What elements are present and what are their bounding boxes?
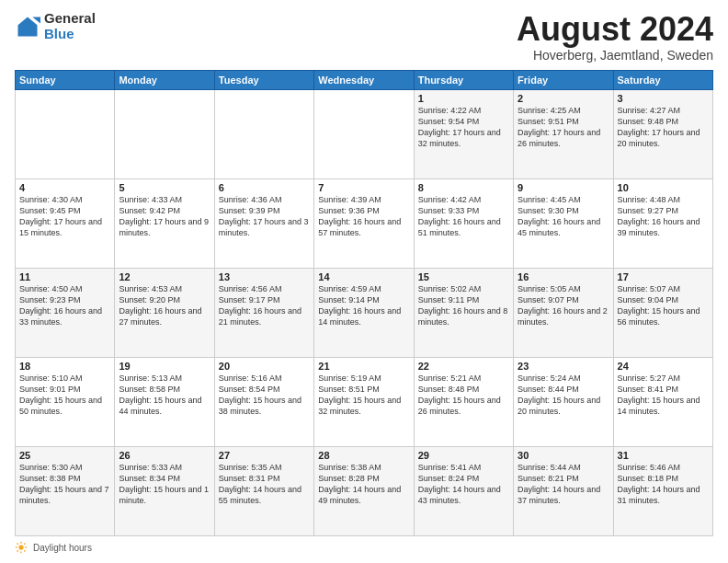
day-info: Sunrise: 5:35 AM Sunset: 8:31 PM Dayligh…: [219, 462, 310, 507]
day-info: Sunrise: 4:33 AM Sunset: 9:42 PM Dayligh…: [119, 194, 210, 239]
col-friday: Friday: [514, 70, 613, 89]
calendar-cell: 24Sunrise: 5:27 AM Sunset: 8:41 PM Dayli…: [613, 357, 712, 446]
day-info: Sunrise: 5:07 AM Sunset: 9:04 PM Dayligh…: [618, 283, 709, 328]
calendar-cell: 12Sunrise: 4:53 AM Sunset: 9:20 PM Dayli…: [115, 268, 214, 357]
day-number: 27: [219, 450, 310, 461]
calendar-cell: 6Sunrise: 4:36 AM Sunset: 9:39 PM Daylig…: [214, 178, 313, 268]
day-number: 19: [119, 361, 210, 372]
calendar-cell: 26Sunrise: 5:33 AM Sunset: 8:34 PM Dayli…: [115, 446, 214, 535]
svg-line-9: [24, 544, 25, 545]
calendar-cell: 29Sunrise: 5:41 AM Sunset: 8:24 PM Dayli…: [414, 446, 513, 535]
calendar-table: Sunday Monday Tuesday Wednesday Thursday…: [15, 70, 713, 536]
calendar-cell: [16, 89, 115, 178]
col-tuesday: Tuesday: [214, 70, 313, 89]
day-info: Sunrise: 4:22 AM Sunset: 9:54 PM Dayligh…: [418, 105, 509, 150]
day-number: 23: [518, 361, 609, 372]
day-info: Sunrise: 5:46 AM Sunset: 8:18 PM Dayligh…: [618, 462, 709, 507]
day-number: 24: [618, 361, 709, 372]
day-info: Sunrise: 5:38 AM Sunset: 8:28 PM Dayligh…: [318, 462, 409, 507]
day-number: 11: [19, 271, 110, 282]
calendar-week-2: 4Sunrise: 4:30 AM Sunset: 9:45 PM Daylig…: [16, 178, 713, 268]
calendar-body: 1Sunrise: 4:22 AM Sunset: 9:54 PM Daylig…: [16, 89, 713, 535]
calendar-cell: 7Sunrise: 4:39 AM Sunset: 9:36 PM Daylig…: [314, 178, 414, 268]
calendar-cell: 5Sunrise: 4:33 AM Sunset: 9:42 PM Daylig…: [115, 178, 214, 268]
calendar-cell: 27Sunrise: 5:35 AM Sunset: 8:31 PM Dayli…: [214, 446, 313, 535]
day-number: 1: [418, 93, 509, 104]
calendar-cell: 14Sunrise: 4:59 AM Sunset: 9:14 PM Dayli…: [314, 268, 414, 357]
col-wednesday: Wednesday: [314, 70, 414, 89]
calendar-cell: 11Sunrise: 4:50 AM Sunset: 9:23 PM Dayli…: [16, 268, 115, 357]
title-block: August 2024 Hoverberg, Jaemtland, Sweden: [517, 11, 713, 63]
calendar-cell: 17Sunrise: 5:07 AM Sunset: 9:04 PM Dayli…: [613, 268, 712, 357]
calendar-cell: 10Sunrise: 4:48 AM Sunset: 9:27 PM Dayli…: [613, 178, 712, 268]
day-info: Sunrise: 4:39 AM Sunset: 9:36 PM Dayligh…: [318, 194, 409, 239]
day-number: 28: [318, 450, 409, 461]
svg-line-8: [24, 550, 25, 551]
day-info: Sunrise: 5:05 AM Sunset: 9:07 PM Dayligh…: [518, 283, 609, 328]
calendar-cell: 8Sunrise: 4:42 AM Sunset: 9:33 PM Daylig…: [414, 178, 513, 268]
calendar-cell: 28Sunrise: 5:38 AM Sunset: 8:28 PM Dayli…: [314, 446, 414, 535]
day-info: Sunrise: 4:53 AM Sunset: 9:20 PM Dayligh…: [119, 283, 210, 328]
day-number: 14: [318, 271, 409, 282]
day-info: Sunrise: 4:56 AM Sunset: 9:17 PM Dayligh…: [219, 283, 310, 328]
title-month: August 2024: [517, 11, 713, 48]
svg-marker-0: [18, 17, 38, 36]
day-info: Sunrise: 5:02 AM Sunset: 9:11 PM Dayligh…: [418, 283, 509, 328]
calendar-week-1: 1Sunrise: 4:22 AM Sunset: 9:54 PM Daylig…: [16, 89, 713, 178]
day-number: 18: [19, 361, 110, 372]
day-number: 10: [618, 182, 709, 193]
footer: Daylight hours: [15, 541, 713, 554]
calendar-week-3: 11Sunrise: 4:50 AM Sunset: 9:23 PM Dayli…: [16, 268, 713, 357]
day-number: 13: [219, 271, 310, 282]
calendar-cell: 16Sunrise: 5:05 AM Sunset: 9:07 PM Dayli…: [514, 268, 613, 357]
svg-point-2: [18, 545, 23, 549]
day-number: 22: [418, 361, 509, 372]
day-number: 9: [518, 182, 609, 193]
calendar-cell: 18Sunrise: 5:10 AM Sunset: 9:01 PM Dayli…: [16, 357, 115, 446]
day-info: Sunrise: 5:24 AM Sunset: 8:44 PM Dayligh…: [518, 373, 609, 418]
day-number: 2: [518, 93, 609, 104]
calendar-cell: 23Sunrise: 5:24 AM Sunset: 8:44 PM Dayli…: [514, 357, 613, 446]
calendar-cell: 25Sunrise: 5:30 AM Sunset: 8:38 PM Dayli…: [16, 446, 115, 535]
calendar-cell: 20Sunrise: 5:16 AM Sunset: 8:54 PM Dayli…: [214, 357, 313, 446]
title-location: Hoverberg, Jaemtland, Sweden: [517, 48, 713, 63]
logo-general-text: General: [44, 11, 96, 27]
day-info: Sunrise: 5:21 AM Sunset: 8:48 PM Dayligh…: [418, 373, 509, 418]
calendar-cell: [115, 89, 214, 178]
calendar-cell: 13Sunrise: 4:56 AM Sunset: 9:17 PM Dayli…: [214, 268, 313, 357]
day-number: 25: [19, 450, 110, 461]
day-number: 4: [19, 182, 110, 193]
col-monday: Monday: [115, 70, 214, 89]
header: General Blue August 2024 Hoverberg, Jaem…: [15, 11, 713, 63]
day-number: 20: [219, 361, 310, 372]
calendar-cell: 22Sunrise: 5:21 AM Sunset: 8:48 PM Dayli…: [414, 357, 513, 446]
sun-icon: [15, 541, 28, 554]
calendar-cell: 9Sunrise: 4:45 AM Sunset: 9:30 PM Daylig…: [514, 178, 613, 268]
day-number: 12: [119, 271, 210, 282]
calendar-week-4: 18Sunrise: 5:10 AM Sunset: 9:01 PM Dayli…: [16, 357, 713, 446]
footer-label: Daylight hours: [33, 543, 92, 553]
col-thursday: Thursday: [414, 70, 513, 89]
logo-text: General Blue: [44, 11, 96, 41]
day-number: 6: [219, 182, 310, 193]
day-number: 8: [418, 182, 509, 193]
day-info: Sunrise: 5:41 AM Sunset: 8:24 PM Dayligh…: [418, 462, 509, 507]
day-number: 17: [618, 271, 709, 282]
day-number: 29: [418, 450, 509, 461]
calendar-cell: [214, 89, 313, 178]
day-number: 26: [119, 450, 210, 461]
day-number: 31: [618, 450, 709, 461]
day-info: Sunrise: 5:27 AM Sunset: 8:41 PM Dayligh…: [618, 373, 709, 418]
header-row: Sunday Monday Tuesday Wednesday Thursday…: [16, 70, 713, 89]
day-info: Sunrise: 4:48 AM Sunset: 9:27 PM Dayligh…: [618, 194, 709, 239]
day-number: 30: [518, 450, 609, 461]
day-info: Sunrise: 4:27 AM Sunset: 9:48 PM Dayligh…: [618, 105, 709, 150]
calendar-cell: 3Sunrise: 4:27 AM Sunset: 9:48 PM Daylig…: [613, 89, 712, 178]
calendar-cell: 4Sunrise: 4:30 AM Sunset: 9:45 PM Daylig…: [16, 178, 115, 268]
calendar-cell: 30Sunrise: 5:44 AM Sunset: 8:21 PM Dayli…: [514, 446, 613, 535]
calendar-header: Sunday Monday Tuesday Wednesday Thursday…: [16, 70, 713, 89]
day-info: Sunrise: 4:36 AM Sunset: 9:39 PM Dayligh…: [219, 194, 310, 239]
calendar-cell: 2Sunrise: 4:25 AM Sunset: 9:51 PM Daylig…: [514, 89, 613, 178]
day-info: Sunrise: 4:59 AM Sunset: 9:14 PM Dayligh…: [318, 283, 409, 328]
svg-line-10: [17, 550, 18, 551]
